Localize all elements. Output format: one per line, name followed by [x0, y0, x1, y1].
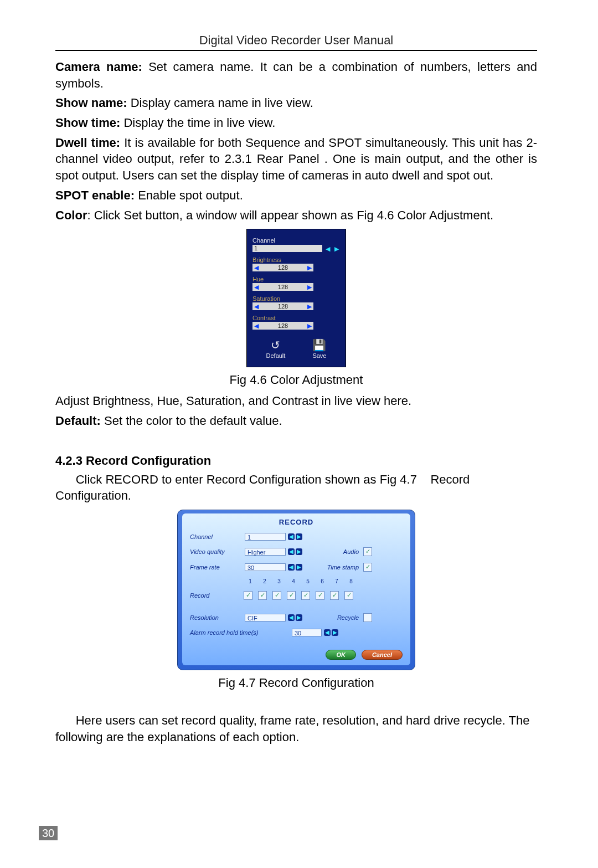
contrast-label: Contrast	[252, 315, 340, 321]
col-5: 5	[301, 578, 315, 584]
channel-next-icon[interactable]: ▶	[333, 245, 340, 252]
video-quality-label: Video quality	[190, 548, 243, 555]
save-button[interactable]: 💾 Save	[312, 340, 326, 359]
resolution-field[interactable]: CIF	[245, 614, 286, 622]
col-4: 4	[287, 578, 300, 584]
channel-label: Channel	[252, 237, 340, 244]
time-stamp-label: Time stamp	[309, 564, 361, 571]
adjust-line: Adjust Brightness, Hue, Saturation, and …	[55, 393, 537, 409]
def-dwell-time-label: Dwell time:	[55, 136, 120, 150]
def-show-name: Show name: Display camera name in live v…	[55, 95, 537, 111]
contrast-inc-icon[interactable]: ▶	[307, 322, 312, 330]
hue-value[interactable]: 128	[260, 283, 306, 291]
resolution-label: Resolution	[190, 614, 243, 621]
brightness-dec-icon[interactable]: ◀	[254, 264, 259, 271]
alarm-hold-label: Alarm record hold time(s)	[190, 629, 290, 636]
cancel-button[interactable]: Cancel	[362, 650, 403, 660]
channel-label-r: Channel	[190, 533, 243, 540]
record-check-2[interactable]: ✓	[258, 591, 267, 600]
manual-page: Digital Video Recorder User Manual Camer…	[0, 0, 598, 868]
default-button[interactable]: ↺ Default	[266, 340, 286, 359]
default-button-label: Default	[266, 352, 286, 359]
def-color: Color: Click Set button, a window will a…	[55, 207, 537, 224]
hue-row: ◀ 128 ▶	[252, 283, 313, 291]
channel-value[interactable]: 1	[252, 245, 322, 252]
contrast-value[interactable]: 128	[260, 322, 306, 330]
fig-4-7-caption: Fig 4.7 Record Configuration	[55, 676, 537, 690]
brightness-row: ◀ 128 ▶	[252, 264, 313, 271]
def-dwell-time: Dwell time: It is available for both Seq…	[55, 135, 537, 184]
saturation-dec-icon[interactable]: ◀	[254, 303, 259, 310]
channel-field[interactable]: 1	[245, 533, 286, 541]
record-check-6[interactable]: ✓	[316, 591, 324, 600]
def-spot-enable-label: SPOT enable:	[55, 188, 135, 202]
record-check-8[interactable]: ✓	[344, 591, 353, 600]
def-color-label: Color	[55, 208, 87, 222]
channel-prev-icon[interactable]: ◀	[324, 245, 331, 252]
time-stamp-checkbox[interactable]: ✓	[363, 563, 372, 572]
brightness-inc-icon[interactable]: ▶	[307, 264, 312, 271]
frame-rate-inc-icon[interactable]: ▶	[296, 564, 302, 571]
record-check-5[interactable]: ✓	[301, 591, 310, 600]
contrast-row: ◀ 128 ▶	[252, 322, 313, 330]
col-1: 1	[244, 578, 257, 584]
recycle-label: Recycle	[309, 614, 361, 621]
saturation-label: Saturation	[252, 295, 340, 302]
page-number: 30	[39, 826, 58, 840]
fig-4-6-caption: Fig 4.6 Color Adjustment	[55, 373, 537, 387]
header-rule	[55, 50, 537, 51]
frame-rate-label: Frame rate	[190, 564, 243, 571]
video-quality-dec-icon[interactable]: ◀	[288, 548, 295, 555]
saturation-value[interactable]: 128	[260, 302, 306, 310]
resolution-inc-icon[interactable]: ▶	[296, 614, 302, 621]
contrast-dec-icon[interactable]: ◀	[254, 322, 259, 330]
frame-rate-dec-icon[interactable]: ◀	[288, 564, 295, 571]
alarm-hold-dec-icon[interactable]: ◀	[324, 629, 331, 636]
frame-rate-field[interactable]: 30	[245, 563, 286, 571]
channel-dec-icon[interactable]: ◀	[288, 533, 295, 540]
col-6: 6	[316, 578, 329, 584]
record-check-7[interactable]: ✓	[330, 591, 339, 600]
save-button-label: Save	[312, 352, 326, 359]
alarm-hold-inc-icon[interactable]: ▶	[332, 629, 338, 636]
def-default: Default: Set the color to the default va…	[55, 413, 537, 429]
ok-button[interactable]: OK	[326, 650, 356, 660]
fig-4-6-wrap: Channel 1 ◀ ▶ Brightness ◀ 128 ▶ Hue ◀ 1…	[55, 229, 537, 367]
def-show-name-label: Show name:	[55, 96, 127, 110]
section-4-2-3-intro: Click RECORD to enter Record Configurati…	[55, 471, 537, 504]
reset-icon: ↺	[271, 340, 280, 351]
def-default-text: Set the color to the default value.	[101, 414, 282, 428]
def-camera-name: Camera name: Set camera name. It can be …	[55, 59, 537, 91]
hue-inc-icon[interactable]: ▶	[307, 284, 312, 291]
def-show-time-text: Display the time in live view.	[120, 116, 275, 130]
def-default-label: Default:	[55, 414, 101, 428]
col-2: 2	[258, 578, 271, 584]
channel-inc-icon[interactable]: ▶	[296, 533, 302, 540]
record-check-1[interactable]: ✓	[244, 591, 252, 600]
alarm-hold-field[interactable]: 30	[292, 629, 322, 636]
record-col-numbers: 1 2 3 4 5 6 7 8	[190, 578, 403, 584]
audio-label: Audio	[309, 548, 361, 555]
brightness-value[interactable]: 128	[260, 264, 306, 271]
record-check-3[interactable]: ✓	[272, 591, 281, 600]
record-check-4[interactable]: ✓	[287, 591, 296, 600]
video-quality-inc-icon[interactable]: ▶	[296, 548, 302, 555]
def-show-time-label: Show time:	[55, 116, 120, 130]
color-adjustment-panel: Channel 1 ◀ ▶ Brightness ◀ 128 ▶ Hue ◀ 1…	[246, 229, 346, 367]
saturation-inc-icon[interactable]: ▶	[307, 303, 312, 310]
col-7: 7	[330, 578, 343, 584]
resolution-dec-icon[interactable]: ◀	[288, 614, 295, 621]
record-label: Record	[190, 592, 243, 599]
section-4-2-3-heading: 4.2.3 Record Configuration	[55, 454, 537, 468]
col-3: 3	[272, 578, 286, 584]
hue-dec-icon[interactable]: ◀	[254, 284, 259, 291]
audio-checkbox[interactable]: ✓	[363, 547, 372, 556]
recycle-checkbox[interactable]	[363, 613, 372, 622]
def-dwell-time-text: It is available for both Sequence and SP…	[55, 136, 537, 182]
def-color-text: : Click Set button, a window will appear…	[87, 208, 493, 222]
fig-4-7-wrap: RECORD Channel 1 ◀ ▶ Video quality Highe…	[55, 510, 537, 670]
record-panel: RECORD Channel 1 ◀ ▶ Video quality Highe…	[177, 510, 415, 670]
def-spot-enable-text: Enable spot output.	[135, 188, 243, 202]
def-spot-enable: SPOT enable: Enable spot output.	[55, 187, 537, 204]
video-quality-field[interactable]: Higher	[245, 548, 286, 556]
